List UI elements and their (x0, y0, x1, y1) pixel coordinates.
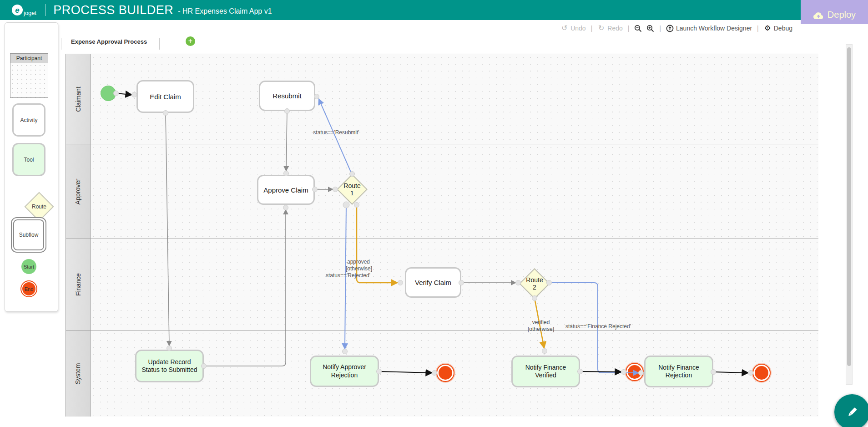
start-label: Start (24, 264, 34, 269)
node-update-record-status[interactable]: Update Record Status to Submitted (135, 350, 204, 382)
node-approve-claim[interactable]: Approve Claim (257, 175, 315, 205)
redo-button[interactable]: ↻ Redo (597, 25, 622, 32)
lane-system-label[interactable]: System (66, 330, 91, 417)
palette-item-start[interactable]: Start (21, 259, 36, 274)
zoom-in-icon (646, 25, 654, 32)
node-edit-claim[interactable]: Edit Claim (136, 80, 194, 113)
app-name-subtitle: - HR Expenses Claim App v1 (178, 5, 272, 15)
app-header: e joget PROCESS BUILDER - HR Expenses Cl… (0, 0, 868, 20)
activity-label: Activity (20, 117, 37, 123)
node-label: Route 2 (524, 276, 545, 291)
gear-icon: ⚙ (764, 25, 772, 32)
end-inner-circle: End (22, 282, 35, 295)
route-label: Route (32, 203, 46, 210)
palette-item-route[interactable]: Route (29, 196, 50, 217)
deploy-label: Deploy (828, 10, 856, 20)
redo-label: Redo (607, 25, 622, 32)
vertical-scrollbar[interactable] (846, 44, 853, 385)
lane-claimant-body[interactable] (91, 54, 818, 144)
cloud-upload-icon (813, 12, 824, 20)
tool-label: Tool (24, 157, 34, 163)
lane-approver-label[interactable]: Approver (66, 144, 91, 239)
page-title: PROCESS BUILDER (53, 3, 173, 17)
node-notify-approver-rejection[interactable]: Notify Approver Rejection (310, 356, 379, 387)
pencil-icon (845, 405, 859, 419)
launch-workflow-designer-button[interactable]: Launch Workflow Designer (666, 25, 752, 32)
node-label: Edit Claim (150, 93, 181, 101)
end-node-3[interactable] (752, 364, 771, 382)
palette-item-tool[interactable]: Tool (12, 143, 45, 176)
process-canvas[interactable]: Claimant Approver Finance System Edit Cl… (66, 54, 818, 417)
toolbar-separator: | (659, 25, 661, 32)
participant-body (10, 63, 48, 97)
toolbar-separator: | (628, 25, 630, 32)
builder-toolbar: ↺ Undo | ↻ Redo | | Launch Workflow Desi… (0, 20, 868, 36)
subflow-label: Subflow (19, 232, 39, 238)
edge-label-resubmit-condition: status=='Resubmit' (306, 129, 366, 136)
undo-button[interactable]: ↺ Undo (560, 25, 585, 32)
edge-label-verified: verified (518, 319, 564, 325)
node-label: Route 1 (342, 182, 363, 197)
process-tab-bar: Expense Approval Process + (0, 36, 868, 54)
lane-approver-body[interactable] (91, 144, 818, 239)
edge-label-approved: approved (320, 259, 370, 265)
node-label: Resubmit (273, 92, 301, 100)
edit-fab-button[interactable] (834, 394, 868, 427)
subflow-inner-border: Subflow (13, 219, 44, 250)
node-notify-finance-rejection[interactable]: Notify Finance Rejection (644, 356, 713, 387)
end-inner-circle (439, 366, 452, 380)
node-label: Approve Claim (263, 186, 308, 194)
node-label: Update Record Status to Submitted (140, 358, 199, 374)
edge-label-otherwise-2: [otherwise] (518, 326, 564, 332)
scrollbar-thumb[interactable] (847, 47, 851, 366)
palette-item-end[interactable]: End (20, 280, 37, 297)
toolbar-separator: | (757, 25, 759, 32)
zoom-in-button[interactable] (646, 25, 654, 32)
launch-icon (666, 25, 674, 32)
add-process-button[interactable]: + (186, 36, 195, 46)
node-label: Notify Finance Verified (516, 364, 575, 380)
edge-label-otherwise-1: [otherwise] (320, 265, 372, 272)
node-label: Notify Approver Rejection (315, 363, 374, 379)
process-builder-window: e joget PROCESS BUILDER - HR Expenses Cl… (0, 0, 868, 427)
joget-logo-text: joget (24, 10, 36, 16)
end-node-2[interactable] (626, 363, 644, 381)
joget-logo-icon: e (12, 5, 23, 15)
joget-logo: e joget (12, 5, 36, 15)
node-verify-claim[interactable]: Verify Claim (405, 267, 461, 298)
toolbar-separator: | (591, 25, 593, 32)
launch-label: Launch Workflow Designer (676, 25, 752, 32)
node-route-2[interactable]: Route 2 (519, 268, 550, 299)
node-notify-finance-verified[interactable]: Notify Finance Verified (511, 356, 580, 387)
palette-item-activity[interactable]: Activity (12, 103, 45, 137)
end-inner-circle (628, 365, 641, 379)
edge-label-rejected-condition: status=='Rejected' (311, 272, 370, 279)
palette-item-subflow[interactable]: Subflow (11, 217, 46, 253)
shape-palette: Participant Activity Tool Route Subflow … (5, 22, 58, 312)
tab-divider (61, 38, 61, 50)
zoom-out-icon (634, 25, 642, 32)
undo-icon: ↺ (560, 25, 568, 32)
deploy-button[interactable]: Deploy (801, 0, 868, 24)
node-route-1[interactable]: Route 1 (337, 174, 368, 205)
palette-item-participant[interactable]: Participant (10, 53, 48, 98)
debug-button[interactable]: ⚙ Debug (764, 25, 792, 32)
tab-expense-approval-process[interactable]: Expense Approval Process (71, 38, 147, 45)
participant-label: Participant (10, 54, 48, 63)
start-node[interactable] (101, 86, 116, 101)
undo-label: Undo (570, 25, 585, 32)
debug-label: Debug (774, 25, 792, 32)
node-label: Verify Claim (415, 279, 451, 286)
end-node-1[interactable] (436, 364, 454, 382)
end-inner-circle (755, 366, 768, 380)
node-label: Notify Finance Rejection (649, 364, 708, 380)
lane-approver: Approver (66, 144, 818, 239)
lane-claimant-label[interactable]: Claimant (66, 54, 91, 144)
tab-divider (159, 38, 160, 50)
zoom-out-button[interactable] (634, 25, 642, 32)
node-resubmit[interactable]: Resubmit (259, 81, 315, 111)
end-label: End (25, 286, 34, 292)
redo-icon: ↻ (597, 25, 605, 32)
header-divider (45, 4, 46, 16)
lane-finance-label[interactable]: Finance (66, 239, 91, 330)
